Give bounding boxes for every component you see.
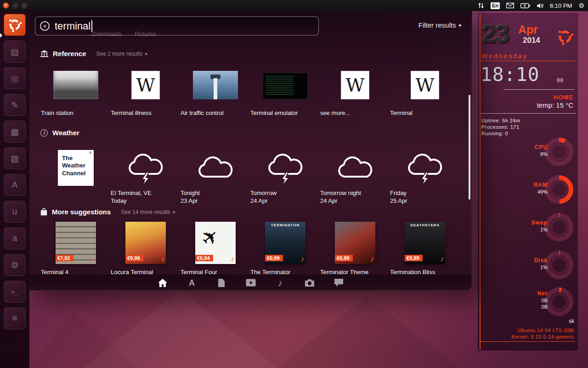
- suggestion-tile[interactable]: TERMINATOR €0,99 ♪: [250, 221, 320, 264]
- chevron-right-icon: ▸: [145, 51, 148, 56]
- chat-bubble-icon: [334, 278, 344, 287]
- result-tile[interactable]: [41, 66, 111, 99]
- album-cover: DEATHSTARS €9,99 ♪: [405, 222, 445, 264]
- launcher-item-terminal[interactable]: >_: [4, 281, 26, 303]
- swap-gauge: Swap 1%: [478, 212, 578, 244]
- weather-tile[interactable]: [181, 147, 250, 184]
- conky-temperature: temp: 15 °C: [537, 101, 573, 109]
- suggestion-tile[interactable]: €9,99 ♪: [111, 221, 181, 264]
- launcher-item-calc[interactable]: ▦: [4, 121, 26, 143]
- lens-social[interactable]: [334, 278, 345, 288]
- music-note-icon: ♪: [231, 255, 234, 263]
- lens-videos[interactable]: [245, 278, 256, 288]
- divider: [480, 341, 576, 342]
- suggestion-tile[interactable]: DEATHSTARS €9,99 ♪: [390, 221, 460, 264]
- close-button[interactable]: ×: [3, 2, 9, 9]
- result-tile[interactable]: W: [111, 66, 181, 99]
- weather-label: Tonight23 Apr: [181, 190, 250, 204]
- weather-tile[interactable]: [390, 147, 460, 184]
- weather-label: Friday25 Apr: [390, 190, 460, 204]
- launcher-item-firefox[interactable]: ◎: [4, 67, 26, 89]
- launcher-item-writer[interactable]: ✎: [4, 94, 26, 116]
- terminal-screenshot-thumbnail: [263, 73, 308, 99]
- conky-widget: 23 Apr 2014 Wednesday 18:10 00 HOME temp…: [478, 13, 578, 351]
- launcher-item-settings[interactable]: ⚙: [4, 254, 26, 276]
- weather-tile[interactable]: [320, 147, 390, 184]
- keyboard-arrows-icon[interactable]: [478, 2, 484, 9]
- search-input[interactable]: × terminal: [35, 17, 319, 35]
- ubuntu-logo-icon: [7, 17, 23, 33]
- weather-label: El Terminal, VEToday: [111, 190, 181, 204]
- cpu-gauge: CPU 8%: [478, 137, 578, 169]
- files-icon: ▤: [11, 46, 19, 57]
- airplane-icon: ✈: [197, 224, 223, 250]
- price-badge: €7,92: [56, 255, 74, 261]
- session-gear-icon[interactable]: ⚙: [578, 2, 584, 9]
- launcher-item-text-editor[interactable]: ≡: [4, 307, 26, 329]
- volume-icon[interactable]: [537, 3, 543, 9]
- clock[interactable]: 6:10 PM: [550, 2, 572, 9]
- music-note-icon: ♪: [91, 255, 95, 263]
- lens-music[interactable]: ♪: [275, 278, 286, 288]
- camera-icon: [305, 279, 315, 287]
- conky-seconds: 00: [557, 77, 563, 84]
- result-tile[interactable]: W: [390, 66, 460, 99]
- launcher-item-ubuntu-one[interactable]: u: [4, 201, 26, 223]
- maximize-button[interactable]: ▢: [21, 2, 28, 9]
- result-tile[interactable]: W: [320, 66, 390, 99]
- lens-photos[interactable]: [304, 278, 315, 288]
- net-up-value: 0B: [511, 298, 548, 303]
- system-tray: En 6:10 PM ⚙: [478, 2, 588, 9]
- suggestions-see-more[interactable]: See 14 more results ▸: [121, 209, 175, 215]
- launcher-item-amazon[interactable]: a: [4, 227, 26, 249]
- lens-applications[interactable]: A: [187, 278, 198, 288]
- filter-results-button[interactable]: Filter results ▸: [418, 21, 462, 29]
- writer-icon: ✎: [11, 100, 18, 110]
- reference-see-more[interactable]: See 2 more results ▸: [96, 51, 148, 57]
- section-title: Weather: [52, 129, 79, 137]
- price-badge: €5,94: [195, 255, 213, 261]
- cloud-icon: [333, 152, 377, 184]
- clear-search-icon[interactable]: ×: [40, 21, 50, 31]
- wikipedia-icon: W: [411, 71, 439, 99]
- reference-icon: [40, 50, 48, 57]
- battery-icon[interactable]: [520, 3, 530, 8]
- result-label: Terminal emulator: [250, 109, 320, 116]
- divider: [503, 89, 574, 90]
- suggestion-tile[interactable]: ✈ €5,94 ♪: [181, 221, 250, 264]
- cover-title: TERMINATOR: [265, 223, 305, 227]
- price-badge: €0,99: [335, 255, 353, 261]
- launcher-item-dash-home[interactable]: [4, 14, 26, 36]
- result-label: Terminal: [390, 109, 460, 116]
- keyboard-layout-indicator[interactable]: En: [491, 2, 500, 9]
- lens-home[interactable]: [157, 278, 168, 288]
- conky-time: 18:10: [481, 63, 539, 86]
- launcher-item-files[interactable]: ▤: [4, 40, 26, 63]
- result-tile[interactable]: [181, 66, 250, 99]
- launcher-item-impress[interactable]: ▨: [4, 147, 26, 169]
- music-note-icon: ♪: [300, 255, 304, 263]
- airport-tower-thumbnail: [193, 71, 238, 99]
- disk-gauge: Disk 1%: [478, 250, 578, 282]
- suggestion-tile[interactable]: €0,99 ♪: [320, 221, 390, 264]
- launcher-item-software-center[interactable]: A: [4, 174, 26, 196]
- text-caret: [91, 20, 92, 32]
- messages-envelope-icon[interactable]: [506, 3, 514, 8]
- weather-tile[interactable]: [111, 147, 181, 184]
- lens-bar: A ♪: [29, 275, 472, 290]
- text-editor-icon: ≡: [12, 313, 17, 323]
- weather-provider-tile[interactable]: The Weather Channel ®: [41, 145, 111, 186]
- suggestion-tile[interactable]: €7,92 ♪: [41, 221, 111, 264]
- weather-label: Tomorrow24 Apr: [250, 190, 320, 204]
- dash-scrollbar[interactable]: [469, 95, 470, 200]
- weather-tile[interactable]: [250, 147, 320, 184]
- top-panel: × – ▢ En: [0, 0, 588, 11]
- conky-processes: Processes: 171: [481, 124, 520, 130]
- lens-files[interactable]: [216, 278, 227, 288]
- minimize-button[interactable]: –: [12, 2, 18, 9]
- shopping-bag-icon: [40, 208, 47, 216]
- filter-results-label: Filter results: [418, 21, 456, 29]
- result-label: Terminal illness: [111, 109, 181, 116]
- result-tile[interactable]: [250, 66, 320, 99]
- gauge-label: Net: [511, 290, 548, 297]
